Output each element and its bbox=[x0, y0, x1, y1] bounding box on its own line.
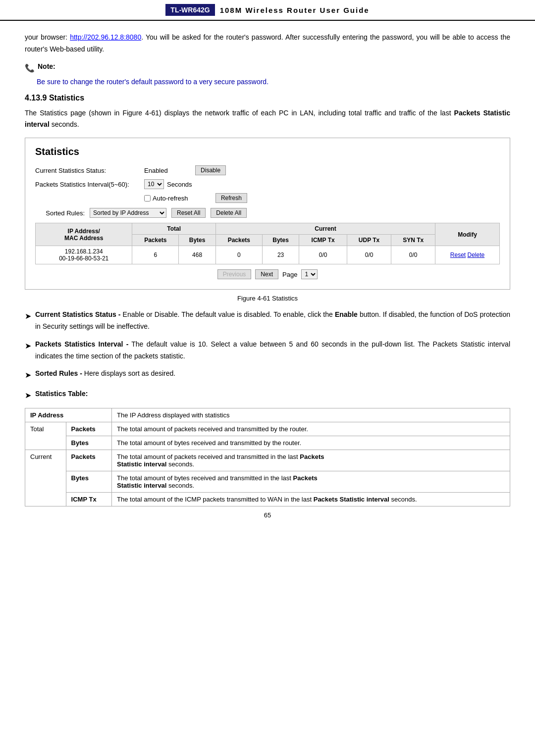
autorefresh-row: Auto-refresh Refresh bbox=[35, 193, 500, 203]
def-row-total-packets: Total Packets The total amount of packet… bbox=[25, 422, 510, 436]
stats-box-title: Statistics bbox=[35, 146, 500, 157]
intro-paragraph: your browser: http://202.96.12.8:8080. Y… bbox=[25, 32, 510, 55]
bullet-arrow-2: ➤ bbox=[25, 339, 31, 353]
refresh-button[interactable]: Refresh bbox=[215, 193, 247, 203]
def-desc-total-bytes: The total amount of bytes received and t… bbox=[112, 436, 510, 450]
note-block: 📞 Note: bbox=[25, 62, 510, 73]
list-item: ➤ Packets Statistics Interval - The defa… bbox=[25, 339, 510, 362]
def-desc-ip: The IP Address displayed with statistics bbox=[112, 408, 510, 422]
bullet-list: ➤ Current Statistics Status - Enable or … bbox=[25, 309, 510, 402]
cell-total-bytes: 468 bbox=[179, 246, 216, 264]
delete-row-button[interactable]: Delete bbox=[468, 252, 485, 258]
interval-row: Packets Statistics Interval(5~60): 10 5 … bbox=[35, 179, 500, 189]
guide-title: 108M Wireless Router User Guide bbox=[220, 6, 370, 14]
def-desc-icmp: The total amount of the ICMP packets tra… bbox=[112, 492, 510, 506]
bullet-arrow-4: ➤ bbox=[25, 389, 31, 402]
col-modify: Modify bbox=[435, 223, 500, 246]
page-number: 65 bbox=[25, 511, 510, 519]
bullet-arrow-3: ➤ bbox=[25, 368, 31, 382]
def-row-icmp: ICMP Tx The total amount of the ICMP pac… bbox=[25, 492, 510, 506]
bullet-2-label: Packets Statistics Interval - bbox=[35, 340, 128, 348]
note-icon: 📞 bbox=[25, 63, 35, 73]
section-title: 4.13.9 Statistics bbox=[25, 94, 510, 102]
def-key-total: Total bbox=[25, 422, 66, 450]
intro-text1: your browser: bbox=[25, 33, 70, 41]
delete-all-button[interactable]: Delete All bbox=[211, 208, 247, 218]
model-label: TL-WR642G bbox=[165, 4, 214, 16]
bullet-3-label: Sorted Rules - bbox=[35, 369, 82, 377]
def-subkey-icmp: ICMP Tx bbox=[66, 492, 111, 506]
def-row-total-bytes: Bytes The total amount of bytes received… bbox=[25, 436, 510, 450]
def-row-ip: IP Address The IP Address displayed with… bbox=[25, 408, 510, 422]
definition-table: IP Address The IP Address displayed with… bbox=[25, 408, 510, 506]
col-cur-packets: Packets bbox=[215, 235, 262, 246]
next-button[interactable]: Next bbox=[255, 269, 278, 279]
def-subkey-bytes: Bytes bbox=[66, 436, 111, 450]
sorted-rules-label: Sorted Rules: bbox=[35, 209, 85, 217]
def-desc-cur-bytes: The total amount of bytes received and t… bbox=[112, 471, 510, 492]
col-total: Total bbox=[132, 223, 215, 235]
note-text: Be sure to change the router's default p… bbox=[37, 78, 510, 86]
interval-select[interactable]: 10 5 15 20 30 60 bbox=[144, 179, 164, 189]
page-label: Page bbox=[282, 271, 297, 278]
cell-modify: Reset Delete bbox=[435, 246, 500, 264]
list-item: ➤ Sorted Rules - Here displays sort as d… bbox=[25, 368, 510, 382]
bullet-4-label: Statistics Table: bbox=[35, 388, 88, 400]
autorefresh-checkbox[interactable] bbox=[144, 195, 151, 202]
col-total-bytes: Bytes bbox=[179, 235, 216, 246]
cell-cur-bytes: 23 bbox=[262, 246, 299, 264]
disable-button[interactable]: Disable bbox=[195, 165, 226, 175]
interval-label: Packets Statistics Interval(5~60): bbox=[35, 181, 144, 188]
cell-cur-packets: 0 bbox=[215, 246, 262, 264]
list-item: ➤ Statistics Table: bbox=[25, 388, 510, 402]
table-row: 192.168.1.234 00-19-66-80-53-21 6 468 0 … bbox=[36, 246, 500, 264]
reset-row-button[interactable]: Reset bbox=[450, 252, 466, 258]
current-status-value: Enabled Disable bbox=[144, 165, 226, 175]
note-label: Note: bbox=[38, 62, 55, 70]
def-row-cur-packets: Current Packets The total amount of pack… bbox=[25, 450, 510, 471]
cell-ip-mac: 192.168.1.234 00-19-66-80-53-21 bbox=[36, 246, 132, 264]
interval-value: 10 5 15 20 30 60 Seconds bbox=[144, 179, 192, 189]
cell-syn-tx: 0/0 bbox=[391, 246, 435, 264]
def-desc-total-packets: The total amount of packets received and… bbox=[112, 422, 510, 436]
section-desc: The Statistics page (shown in Figure 4-6… bbox=[25, 107, 510, 131]
cell-icmp-tx: 0/0 bbox=[299, 246, 347, 264]
current-status-row: Current Statistics Status: Enabled Disab… bbox=[35, 165, 500, 175]
intro-link[interactable]: http://202.96.12.8:8080 bbox=[70, 33, 141, 41]
statistics-table: IP Address/MAC Address Total Current Mod… bbox=[35, 223, 500, 264]
list-item: ➤ Current Statistics Status - Enable or … bbox=[25, 309, 510, 333]
col-udp-tx: UDP Tx bbox=[347, 235, 391, 246]
col-current: Current bbox=[215, 223, 435, 235]
col-cur-bytes: Bytes bbox=[262, 235, 299, 246]
def-subkey-cur-bytes: Bytes bbox=[66, 471, 111, 492]
def-key-current: Current bbox=[25, 450, 66, 506]
bullet-1-label: Current Statistics Status - bbox=[35, 310, 121, 318]
figure-caption: Figure 4-61 Statistics bbox=[25, 295, 510, 302]
col-icmp-tx: ICMP Tx bbox=[299, 235, 347, 246]
sorted-rules-select[interactable]: Sorted by IP Address Sorted by MAC Addre… bbox=[90, 208, 166, 218]
def-key-ip: IP Address bbox=[25, 408, 112, 422]
bullet-arrow-1: ➤ bbox=[25, 309, 31, 323]
def-subkey-cur-packets: Packets bbox=[66, 450, 111, 471]
sorted-rules-row: Sorted Rules: Sorted by IP Address Sorte… bbox=[35, 208, 500, 218]
page-header: TL-WR642G 108M Wireless Router User Guid… bbox=[0, 0, 535, 21]
current-status-label: Current Statistics Status: bbox=[35, 167, 144, 174]
def-desc-cur-packets: The total amount of packets received and… bbox=[112, 450, 510, 471]
col-ip-mac: IP Address/MAC Address bbox=[36, 223, 132, 246]
def-subkey-packets: Packets bbox=[66, 422, 111, 436]
col-total-packets: Packets bbox=[132, 235, 179, 246]
reset-all-button[interactable]: Reset All bbox=[171, 208, 206, 218]
pagination-row: Previous Next Page 1 bbox=[35, 269, 500, 279]
page-select[interactable]: 1 bbox=[301, 269, 318, 279]
previous-button[interactable]: Previous bbox=[217, 269, 252, 279]
statistics-box: Statistics Current Statistics Status: En… bbox=[25, 138, 510, 290]
col-syn-tx: SYN Tx bbox=[391, 235, 435, 246]
cell-udp-tx: 0/0 bbox=[347, 246, 391, 264]
cell-total-packets: 6 bbox=[132, 246, 179, 264]
def-row-cur-bytes: Bytes The total amount of bytes received… bbox=[25, 471, 510, 492]
autorefresh-label[interactable]: Auto-refresh bbox=[144, 195, 188, 202]
main-content: your browser: http://202.96.12.8:8080. Y… bbox=[0, 27, 535, 529]
